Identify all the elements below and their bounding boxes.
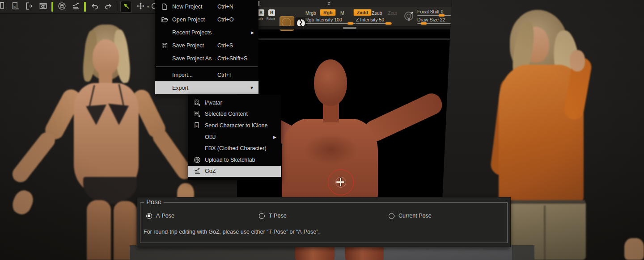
menu-arrow-icon: ▼ bbox=[250, 85, 254, 90]
slider-thumb[interactable] bbox=[421, 22, 427, 25]
slider-thumb[interactable] bbox=[347, 22, 353, 25]
menu-item[interactable]: Save Project As ... Ctrl+Shift+S bbox=[155, 52, 258, 65]
pose-dialog: Pose A-Pose T-Pose Current Pose For roun… bbox=[137, 197, 511, 247]
radio-a-pose[interactable]: A-Pose bbox=[146, 213, 174, 219]
redo-icon bbox=[104, 2, 113, 12]
redo-button[interactable] bbox=[103, 1, 114, 12]
sketchfab-icon bbox=[58, 2, 66, 12]
radio-icon[interactable] bbox=[146, 213, 152, 219]
submenu-item[interactable]: ic Send Character to iClone bbox=[188, 120, 281, 131]
zbrush-shelf: S Scale R Rotate Mrgb Rgb M Zadd Zsub Zc… bbox=[237, 7, 452, 26]
doc-person-icon bbox=[194, 99, 201, 106]
svg-text:ic: ic bbox=[13, 5, 16, 8]
submenu-item[interactable]: Selected Content bbox=[188, 109, 281, 120]
sketchfab-button[interactable] bbox=[56, 1, 67, 12]
doc-half-icon bbox=[0, 2, 6, 12]
preview-button[interactable] bbox=[38, 1, 48, 12]
move-tool[interactable] bbox=[135, 1, 146, 12]
menu-item[interactable]: Save Project Ctrl+S bbox=[155, 39, 258, 52]
pose-fieldset bbox=[140, 202, 508, 243]
menu-item[interactable]: Import... Ctrl+I bbox=[155, 68, 258, 81]
monitor-eye-icon bbox=[39, 2, 47, 12]
folder-icon bbox=[161, 16, 168, 23]
scene-floor bbox=[130, 245, 534, 260]
radio-current-pose[interactable]: Current Pose bbox=[389, 213, 432, 219]
zbrush-menu-item[interactable]: Z bbox=[327, 1, 330, 6]
rotate-button[interactable]: R bbox=[268, 9, 275, 16]
cursor-caret bbox=[258, 1, 259, 6]
radio-t-pose[interactable]: T-Pose bbox=[259, 213, 287, 219]
menu-arrow-icon: ▶ bbox=[273, 135, 276, 139]
app-window: o Z S Scale R Rotate Mrgb Rgb M Zadd Zsu… bbox=[0, 0, 644, 260]
zcut-button[interactable]: Zcut bbox=[388, 10, 397, 16]
zbrush-menubar: o Z bbox=[237, 0, 452, 7]
export-bracket-icon bbox=[25, 2, 34, 12]
undo-button[interactable] bbox=[89, 1, 100, 12]
z-intensity-slider[interactable]: Z Intensity 50 bbox=[356, 17, 392, 24]
right-character-figure bbox=[487, 4, 644, 260]
move-icon bbox=[136, 2, 145, 12]
draw-size-slider[interactable]: Draw Size 22 bbox=[417, 17, 451, 24]
mrgb-button[interactable]: Mrgb bbox=[305, 10, 316, 16]
svg-text:S: S bbox=[408, 18, 410, 21]
submenu-item[interactable]: FBX (Clothed Character) bbox=[188, 143, 281, 154]
slider-thumb[interactable] bbox=[386, 22, 391, 25]
m-button[interactable]: M bbox=[340, 10, 344, 16]
select-arrow-icon bbox=[122, 2, 131, 12]
doc-icon bbox=[161, 3, 168, 10]
submenu-item[interactable]: iAvatar bbox=[188, 97, 281, 109]
doc-ic-icon: ic bbox=[11, 2, 20, 12]
menu-item[interactable]: New Project Ctrl+N bbox=[155, 0, 258, 13]
scale-button[interactable]: S bbox=[258, 9, 264, 16]
file-menu: New Project Ctrl+N Open Project Ctrl+O R… bbox=[155, 0, 258, 94]
focal-shift-slider[interactable]: Focal Shift 0 bbox=[417, 9, 451, 16]
goz-icon bbox=[72, 2, 80, 12]
submenu-item[interactable]: GoZ bbox=[188, 166, 281, 177]
toolbar-separator[interactable] bbox=[84, 2, 86, 12]
goz-icon bbox=[194, 168, 201, 175]
zbrush-scrollbar[interactable] bbox=[237, 26, 452, 29]
slider-thumb[interactable] bbox=[439, 14, 445, 17]
sketchfab-icon bbox=[194, 156, 201, 164]
menu-item[interactable]: Recent Projects ▶ bbox=[155, 26, 258, 39]
radio-icon[interactable] bbox=[259, 213, 265, 219]
pose-dialog-title: Pose bbox=[144, 198, 164, 205]
doc-gear-icon bbox=[194, 110, 201, 117]
export-button[interactable] bbox=[24, 1, 34, 12]
menu-arrow-icon: ▶ bbox=[251, 30, 254, 35]
toolbar-separator[interactable] bbox=[117, 2, 117, 11]
svg-text:ic: ic bbox=[196, 125, 198, 127]
submenu-item[interactable]: OBJ ▶ bbox=[188, 131, 281, 143]
goz-button[interactable] bbox=[70, 1, 81, 12]
radio-icon[interactable] bbox=[389, 213, 394, 219]
rgb-intensity-slider[interactable]: Rgb Intensity 100 bbox=[305, 17, 356, 24]
rgb-button[interactable]: Rgb bbox=[320, 9, 336, 16]
partial-document-button[interactable] bbox=[0, 1, 7, 12]
submenu-item[interactable]: Upload to Sketchfab bbox=[188, 154, 281, 166]
scrollbar-thumb[interactable] bbox=[343, 27, 356, 29]
export-submenu: iAvatar Selected Content ic Send Charact… bbox=[188, 95, 281, 180]
doc-ic-icon: ic bbox=[194, 122, 201, 129]
sculpt-leg bbox=[345, 245, 384, 260]
menu-item[interactable] bbox=[155, 65, 258, 68]
toolbar-separator[interactable] bbox=[51, 2, 53, 12]
rotate-label: Rotate bbox=[267, 17, 275, 20]
send-to-iclone-button[interactable]: ic bbox=[10, 1, 21, 12]
menu-item[interactable]: Export ▼ bbox=[155, 81, 258, 94]
zadd-button[interactable]: Zadd bbox=[353, 9, 372, 16]
sculpt-leg bbox=[295, 245, 335, 260]
stroke-settings-icon[interactable]: S bbox=[403, 10, 415, 24]
undo-icon bbox=[90, 2, 99, 12]
menu-item[interactable]: Open Project Ctrl+O bbox=[155, 13, 258, 26]
select-tool[interactable] bbox=[120, 1, 132, 13]
zsub-button[interactable]: Zsub bbox=[372, 10, 382, 16]
sculpt-head bbox=[314, 59, 347, 106]
floppy-icon bbox=[161, 42, 168, 49]
pose-note: For round-trip editing with GoZ, please … bbox=[144, 229, 320, 235]
